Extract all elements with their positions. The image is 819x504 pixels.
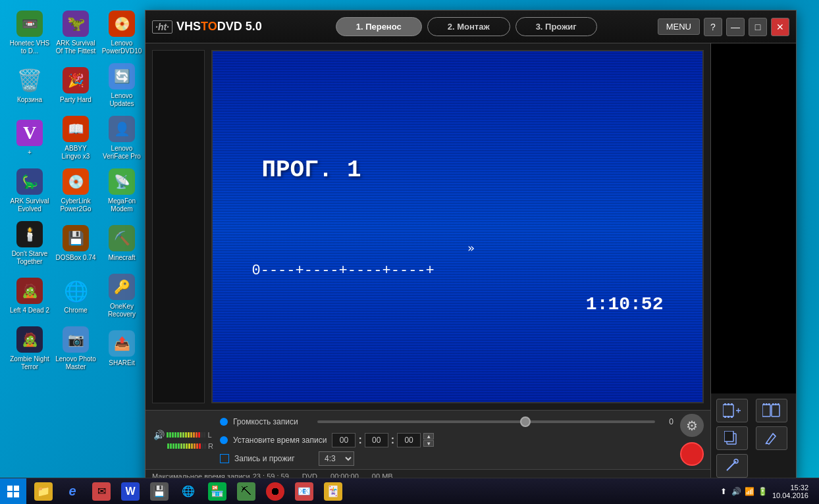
desktop-icon-lenovo-updates[interactable]: 🔄 Lenovo Updates (99, 59, 145, 112)
tab-burn[interactable]: 3. Прожиг (515, 17, 597, 36)
volume-label: Громкость записи (233, 417, 312, 426)
svg-rect-5 (727, 416, 729, 418)
wand-button[interactable] (716, 454, 748, 478)
taskbar-explorer[interactable]: 📁 (30, 480, 57, 503)
time-inputs: : : ▲ ▼ (332, 433, 434, 447)
desktop-icon-lenovo-photo[interactable]: 📷 Lenovo Photo Master (53, 322, 99, 375)
video-progress-bar: 0----+----+----+----+ (252, 263, 678, 279)
svg-rect-4 (724, 416, 726, 418)
edit-filmstrip-button[interactable] (756, 399, 787, 422)
desktop-icon-recycle-bin[interactable]: 🗑️ Корзина (7, 59, 53, 112)
desktop-icon-dosbox[interactable]: 💾 DOSBox 0.74 (53, 217, 99, 270)
svg-rect-15 (775, 403, 777, 405)
time-indicator (220, 436, 228, 444)
svg-rect-1 (724, 403, 726, 405)
taskbar-items: 📁 e ✉ W 💾 🌐 🏪 ⛏ ⏺ (26, 480, 713, 503)
taskbar-card[interactable]: 🃏 (320, 480, 346, 503)
video-left-panel (152, 50, 205, 403)
desktop-icon-lenovo-veriface[interactable]: 👤 Lenovo VeriFace Pro (99, 112, 145, 164)
menu-button[interactable]: MENU (658, 18, 700, 35)
taskbar-minecraft-tb[interactable]: ⛏ (233, 480, 259, 503)
minimize-button[interactable]: — (726, 18, 745, 36)
controls-settings: Громкость записи 0 Установите время запи… (220, 414, 674, 466)
desktop: 📼 Honetec VHS to D... 🦖 ARK Survival Of … (0, 0, 819, 504)
copy-button[interactable] (716, 426, 748, 450)
taskbar-record[interactable]: ⏺ (262, 480, 288, 503)
svg-rect-14 (772, 403, 774, 405)
systray-steam-icon[interactable]: ⬆ (718, 486, 729, 497)
desktop-icon-minecraft[interactable]: ⛏️ Minecraft (99, 217, 145, 270)
tab-edit[interactable]: 2. Монтаж (427, 17, 510, 36)
desktop-icon-vectary[interactable]: V + (7, 112, 53, 164)
volume-slider[interactable] (317, 420, 655, 423)
time-seconds-input[interactable] (397, 433, 421, 447)
svg-rect-22 (14, 486, 19, 491)
maximize-button[interactable]: □ (749, 18, 767, 36)
speaker-icon: 🔊 (153, 430, 165, 440)
desktop-icon-zombie[interactable]: 🧟 Zombie Night Terror (7, 322, 53, 375)
desktop-icon-cyberlink[interactable]: 💿 CyberLink Power2Go (53, 164, 99, 217)
svg-rect-6 (731, 416, 733, 418)
taskbar-store[interactable]: 🏪 (204, 480, 230, 503)
desktop-icon-left4dead[interactable]: 🧟 Left 4 Dead 2 (7, 270, 53, 322)
right-panel (710, 43, 796, 483)
right-preview (711, 43, 796, 393)
desktop-icon-abbyy[interactable]: 📖 ABBYY Lingvo x3 (53, 112, 99, 164)
settings-button[interactable]: ⚙ (680, 414, 704, 437)
start-button[interactable] (0, 478, 26, 505)
time-minutes-input[interactable] (365, 433, 388, 447)
desktop-icon-dont-starve[interactable]: 🕯️ Don't Starve Together (7, 217, 53, 270)
svg-rect-12 (766, 403, 768, 405)
add-filmstrip-button[interactable] (716, 399, 748, 422)
taskbar-chrome[interactable]: 🌐 (175, 480, 201, 503)
svg-rect-0 (723, 405, 733, 416)
aspect-ratio-select[interactable]: 4:3 16:9 (319, 451, 354, 466)
systray-sound-icon[interactable]: 🔊 (731, 486, 742, 497)
record-checkbox[interactable] (220, 454, 229, 463)
clock-time: 15:32 (772, 484, 808, 491)
record-label: Запись и прожиг (234, 454, 313, 463)
desktop-icon-shareit[interactable]: 📤 SHAREit (99, 322, 145, 375)
taskbar-ie[interactable]: e (59, 480, 86, 503)
tab-transfer[interactable]: 1. Перенос (336, 17, 422, 36)
taskbar: 📁 e ✉ W 💾 🌐 🏪 ⛏ ⏺ (0, 478, 819, 504)
time-down-button[interactable]: ▼ (423, 440, 434, 447)
app-window: ·ht· VHSTODVD 5.0 1. Перенос 2. Монтаж 3… (145, 10, 797, 484)
time-up-button[interactable]: ▲ (423, 433, 434, 440)
help-button[interactable]: ? (704, 18, 722, 36)
desktop-icon-onekey[interactable]: 🔑 OneKey Recovery (99, 270, 145, 322)
desktop-icon-chrome[interactable]: 🌐 Chrome (53, 270, 99, 322)
taskbar-mail[interactable]: 📧 (291, 480, 317, 503)
desktop-icon-party-hard[interactable]: 🎉 Party Hard (53, 59, 99, 112)
taskbar-disk[interactable]: 💾 (146, 480, 172, 503)
pencil-button[interactable] (756, 426, 787, 450)
volume-indicator (220, 418, 228, 426)
systray: ⬆ 🔊 📶 🔋 15:32 10.04.2016 (713, 484, 819, 499)
desktop-icon-ark-fittest[interactable]: 🦖 ARK Survival Of The Fittest (53, 7, 99, 59)
desktop-icon-lenovo-powerdvd[interactable]: 📀 Lenovo PowerDVD10 (99, 7, 145, 59)
svg-rect-23 (7, 492, 13, 497)
title-bar: ·ht· VHSTODVD 5.0 1. Перенос 2. Монтаж 3… (145, 11, 796, 43)
systray-network-icon[interactable]: 📶 (745, 486, 755, 497)
svg-rect-18 (724, 431, 733, 441)
main-content: ПРОГ. 1 » 0----+----+----+----+ 1:10:52 (145, 43, 796, 483)
record-row: Запись и прожиг 4:3 16:9 (220, 451, 674, 466)
svg-rect-10 (772, 405, 779, 416)
taskbar-word[interactable]: W (117, 480, 144, 503)
svg-rect-11 (763, 403, 765, 405)
svg-rect-9 (762, 405, 770, 416)
desktop-icon-ark-evolved[interactable]: 🦕 ARK Survival Evolved (7, 164, 53, 217)
systray-icons: ⬆ 🔊 📶 🔋 (718, 486, 768, 497)
time-row: Установите время записи : : ▲ ▼ (220, 432, 674, 447)
desktop-icon-honetec[interactable]: 📼 Honetec VHS to D... (7, 7, 53, 59)
logo-ht: ·ht· (152, 20, 172, 34)
title-tabs: 1. Перенос 2. Монтаж 3. Прожиг (275, 17, 658, 36)
taskbar-mail-ie[interactable]: ✉ (88, 480, 115, 503)
svg-rect-3 (731, 403, 733, 405)
time-hours-input[interactable] (332, 433, 356, 447)
record-button[interactable] (680, 442, 704, 466)
volume-row: Громкость записи 0 (220, 414, 674, 429)
close-button[interactable]: ✕ (771, 18, 789, 36)
systray-battery-icon[interactable]: 🔋 (758, 486, 768, 497)
desktop-icon-megafon[interactable]: 📡 MegaFon Modem (99, 164, 145, 217)
